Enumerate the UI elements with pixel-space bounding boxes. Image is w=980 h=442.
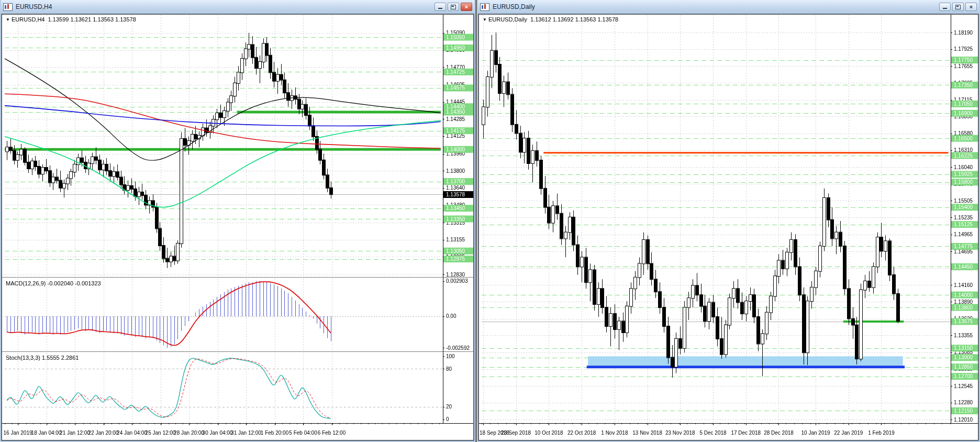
chart-window-h4: EURUSD,H4 × ▼EURUSD,H4 1.13599 1.13621 1… (0, 0, 475, 442)
minimize-button[interactable] (939, 3, 951, 11)
restore-button[interactable] (448, 3, 459, 11)
chart-icon (3, 3, 13, 11)
restore-button[interactable] (952, 3, 964, 11)
titlebar-daily[interactable]: EURUSD,Daily × (478, 0, 979, 14)
window-title: EURUSD,H4 (16, 3, 52, 10)
chart-canvas-h4[interactable] (2, 14, 474, 440)
minimize-icon (438, 8, 442, 9)
chart-client-h4: ▼EURUSD,H4 1.13599 1.13621 1.13563 1.135… (1, 14, 474, 441)
close-icon: × (465, 4, 468, 10)
chart-client-daily: ▼EURUSD,Daily 1.13612 1.13692 1.13563 1.… (478, 14, 979, 441)
mdi-workspace: EURUSD,H4 × ▼EURUSD,H4 1.13599 1.13621 1… (0, 0, 980, 442)
window-title: EURUSD,Daily (493, 3, 535, 10)
close-button[interactable]: × (461, 3, 472, 11)
close-button[interactable]: × (965, 3, 977, 11)
chart-canvas-daily[interactable] (478, 14, 978, 440)
minimize-button[interactable] (435, 3, 446, 11)
restore-icon (955, 5, 961, 9)
close-icon: × (970, 4, 973, 10)
titlebar-h4[interactable]: EURUSD,H4 × (1, 0, 474, 14)
chart-window-daily: EURUSD,Daily × ▼EURUSD,Daily 1.13612 1.1… (477, 0, 980, 442)
minimize-icon (943, 8, 947, 9)
restore-icon (451, 5, 456, 9)
chart-icon (480, 3, 489, 11)
